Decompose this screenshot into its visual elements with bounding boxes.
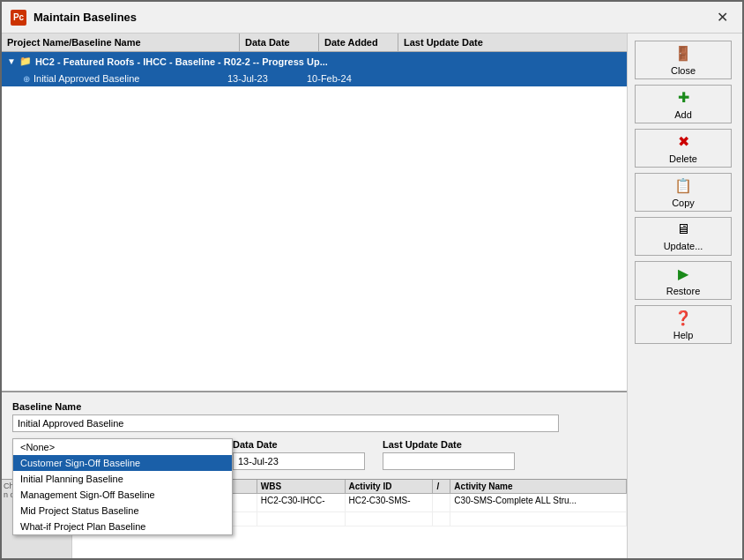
update-btn-icon: 🖥 [676,221,690,237]
tree-connector-icon: ⊕ [23,74,30,84]
baseline-date-added-cell: 10-Feb-24 [307,73,386,84]
baseline-name-input[interactable] [12,414,559,432]
dialog-title: Maintain Baselines [33,11,137,24]
table-body[interactable]: ▼ 📁 HC2 - Featured Roofs - IHCC - Baseli… [2,52,627,391]
baseline-type-col: Baseline Type Initial Planning Baseline … [12,439,215,470]
add-btn-icon: ✚ [678,89,689,106]
baseline-row[interactable]: ⊕ Initial Approved Baseline 13-Jul-23 10… [2,71,627,86]
dropdown-item-customer-signoff[interactable]: Customer Sign-Off Baseline [13,455,232,471]
expand-icon: ▼ [7,56,16,66]
row1-slash [433,494,450,511]
data-date-input[interactable] [233,452,365,470]
folder-icon: 📁 [19,56,32,67]
copy-btn-label: Copy [672,198,695,208]
close-button[interactable]: 🚪 Close [635,41,732,79]
last-update-date-label: Last Update Date [383,439,515,450]
row1-activity-name: C30-SMS-Complete ALL Stru... [450,494,627,511]
row2-wbs [257,512,346,526]
add-btn-label: Add [674,109,692,120]
delete-button[interactable]: ✖ Delete [635,129,732,168]
col-header-data-date: Data Date [240,34,319,51]
maintain-baselines-dialog: Pc Maintain Baselines ✕ Project Name/Bas… [0,0,744,560]
dropdown-item-management-signoff[interactable]: Management Sign-Off Baseline [13,487,232,503]
baseline-data-date-cell: 13-Jul-23 [227,73,307,84]
table-header: Project Name/Baseline Name Data Date Dat… [2,34,627,52]
col-header-last-update: Last Update Date [398,34,504,51]
restore-button[interactable]: ▶ Restore [635,261,732,300]
col-header-date-added: Date Added [319,34,398,51]
title-close-button[interactable]: ✕ [711,7,733,27]
baselines-table-area: Project Name/Baseline Name Data Date Dat… [2,34,627,391]
form-area: Baseline Name Baseline Type Initial Plan… [2,391,627,479]
update-button[interactable]: 🖥 Update... [635,217,732,256]
data-date-col: Data Date [233,439,365,470]
bth-slash: / [433,480,450,493]
row1-wbs: HC2-C30-IHCC- [257,494,346,511]
help-button[interactable]: ❓ Help [635,305,732,344]
last-update-date-input[interactable] [383,452,515,470]
right-panel-buttons: 🚪 Close ✚ Add ✖ Delete 📋 Copy 🖥 Update..… [628,34,742,558]
help-btn-icon: ❓ [674,310,692,326]
last-update-col: Last Update Date [383,439,515,470]
update-btn-label: Update... [664,241,703,251]
baseline-type-dropdown: <None> Customer Sign-Off Baseline Initia… [12,438,233,535]
bth-wbs: WBS [257,480,346,493]
dropdown-item-mid-project[interactable]: Mid Project Status Baseline [13,503,232,519]
baseline-name-label: Baseline Name [12,401,616,412]
main-content: Project Name/Baseline Name Data Date Dat… [2,34,742,558]
data-date-label: Data Date [233,439,365,450]
col-header-name: Project Name/Baseline Name [2,34,240,51]
add-button[interactable]: ✚ Add [635,85,732,123]
restore-btn-icon: ▶ [678,265,688,282]
restore-btn-label: Restore [666,286,701,296]
form-row-type-dates: Baseline Type Initial Planning Baseline … [12,439,616,470]
title-bar: Pc Maintain Baselines ✕ [2,2,742,34]
delete-btn-label: Delete [669,153,697,164]
close-btn-label: Close [671,65,696,76]
bth-activity-name: Activity Name [450,480,627,493]
close-btn-icon: 🚪 [674,45,692,62]
row2-activity-name [450,512,627,526]
row2-activity-id [346,512,434,526]
copy-btn-icon: 📋 [674,177,692,194]
bth-activity-id: Activity ID [346,480,434,493]
dropdown-item-whatif[interactable]: What-if Project Plan Baseline [13,519,232,534]
row1-activity-id: HC2-C30-SMS- [346,494,434,511]
baseline-name-cell: Initial Approved Baseline [33,73,227,84]
project-row[interactable]: ▼ 📁 HC2 - Featured Roofs - IHCC - Baseli… [2,52,627,71]
copy-button[interactable]: 📋 Copy [635,173,732,212]
app-icon: Pc [11,10,26,26]
dropdown-item-initial-planning[interactable]: Initial Planning Baseline [13,471,232,487]
left-panel: Project Name/Baseline Name Data Date Dat… [2,34,628,558]
help-btn-label: Help [673,330,694,340]
dropdown-item-none[interactable]: <None> [13,439,232,455]
row2-slash [433,512,450,526]
project-name: HC2 - Featured Roofs - IHCC - Baseline -… [35,56,328,67]
baseline-name-group: Baseline Name [12,401,616,432]
delete-btn-icon: ✖ [678,133,689,150]
